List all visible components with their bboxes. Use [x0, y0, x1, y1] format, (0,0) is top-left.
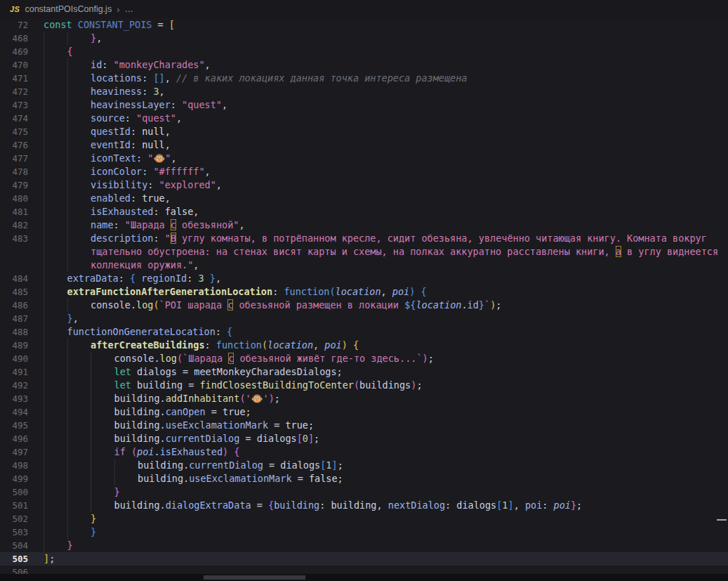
- line-number[interactable]: 502: [0, 512, 28, 525]
- line-number[interactable]: 476: [0, 138, 28, 152]
- code-line[interactable]: 475 questId: null,: [0, 125, 728, 138]
- line-number[interactable]: 475: [0, 125, 28, 138]
- code-token: :: [131, 192, 142, 204]
- horizontal-scrollbar-thumb[interactable]: [204, 575, 305, 580]
- code-line[interactable]: 497 if (poi.isExhausted) {: [0, 445, 728, 459]
- line-number[interactable]: 477: [0, 152, 28, 165]
- line-number[interactable]: 72: [0, 18, 28, 32]
- code-line[interactable]: 491 let dialogs = meetMonkeyCharadesDial…: [0, 365, 728, 379]
- line-number[interactable]: 478: [0, 165, 28, 178]
- line-number[interactable]: 483: [0, 232, 28, 245]
- line-number[interactable]: 471: [0, 72, 28, 85]
- indent-guide: [114, 472, 138, 485]
- line-number[interactable]: 489: [0, 339, 28, 352]
- line-number[interactable]: 480: [0, 192, 28, 205]
- code-line[interactable]: 496 building.currentDialog = dialogs[0];: [0, 432, 728, 445]
- line-number[interactable]: 481: [0, 205, 28, 218]
- code-line[interactable]: 487 },: [0, 312, 728, 325]
- code-line[interactable]: 72const CONSTANT_POIS = [: [0, 18, 728, 32]
- line-number[interactable]: 470: [0, 58, 28, 72]
- code-line[interactable]: 500 }: [0, 485, 728, 499]
- code-text: enabled: true,: [44, 192, 171, 205]
- code-line[interactable]: 471 locations: [], // в каких локациях д…: [0, 72, 728, 85]
- line-number[interactable]: 495: [0, 419, 28, 432]
- code-token: ;: [416, 379, 422, 391]
- code-line[interactable]: 488 functionOnGenerateLocation: {: [0, 325, 728, 339]
- line-number[interactable]: 501: [0, 499, 28, 512]
- indent-guide: [91, 499, 114, 512]
- code-line[interactable]: 469 {: [0, 45, 728, 58]
- breadcrumb-file-name[interactable]: constantPOIsConfig.js: [25, 4, 112, 14]
- line-number[interactable]: 490: [0, 352, 28, 365]
- code-token: regionId: [141, 273, 187, 284]
- line-number[interactable]: 485: [0, 285, 28, 299]
- code-line[interactable]: 470 id: "monkeyCharades",: [0, 58, 728, 72]
- line-number[interactable]: 494: [0, 405, 28, 419]
- line-number[interactable]: 498: [0, 459, 28, 472]
- code-area[interactable]: 72const CONSTANT_POIS = [468 },469 {470 …: [0, 18, 728, 579]
- code-line[interactable]: 498 building.currentDialog = dialogs[1];: [0, 459, 728, 472]
- code-line[interactable]: 481 isExhausted: false,: [0, 205, 728, 218]
- line-number[interactable]: 468: [0, 32, 28, 45]
- code-line[interactable]: 468 },: [0, 32, 728, 45]
- line-number[interactable]: 496: [0, 432, 28, 445]
- line-number[interactable]: 479: [0, 178, 28, 192]
- line-number[interactable]: 497: [0, 445, 28, 459]
- line-number[interactable]: 492: [0, 379, 28, 392]
- code-line[interactable]: 499 building.useExclamationMark = false;: [0, 472, 728, 485]
- code-line[interactable]: 502 }: [0, 512, 728, 525]
- breadcrumb-symbol-path[interactable]: …: [124, 4, 134, 14]
- line-number[interactable]: 491: [0, 365, 28, 379]
- code-line[interactable]: 503 }: [0, 525, 728, 539]
- code-line[interactable]: 489 afterCreateBuildings: function(locat…: [0, 339, 728, 352]
- code-line[interactable]: 476 eventId: null,: [0, 138, 728, 152]
- code-line[interactable]: 480 enabled: true,: [0, 192, 728, 205]
- code-token: dialogExtraData: [166, 500, 251, 511]
- line-number[interactable]: [0, 245, 28, 259]
- code-line[interactable]: 482 name: "Шарада с обезьяной",: [0, 218, 728, 232]
- line-number[interactable]: 488: [0, 325, 28, 339]
- line-number[interactable]: 484: [0, 272, 28, 285]
- code-line[interactable]: 474 source: "quest",: [0, 112, 728, 125]
- code-line[interactable]: 478 iconColor: "#ffffff",: [0, 165, 728, 178]
- code-line[interactable]: 492 let building = findClosestBuildingTo…: [0, 379, 728, 392]
- line-number[interactable]: [0, 259, 28, 272]
- code-line[interactable]: 484 extraData: { regionId: 3 },: [0, 272, 728, 285]
- line-number[interactable]: 482: [0, 218, 28, 232]
- line-number[interactable]: 505: [0, 552, 28, 566]
- indent-guide: [67, 405, 91, 419]
- line-number[interactable]: 472: [0, 85, 28, 98]
- code-line[interactable]: 485 extraFunctionAfterGenerationLocation…: [0, 285, 728, 299]
- code-line[interactable]: 490 console.log(`Шарада с обезьяной живё…: [0, 352, 728, 365]
- code-line[interactable]: 495 building.useExclamationMark = true;: [0, 419, 728, 432]
- horizontal-scrollbar[interactable]: [0, 574, 728, 581]
- code-line[interactable]: 479 visibility: "explored",: [0, 178, 728, 192]
- line-number[interactable]: 487: [0, 312, 28, 325]
- code-line[interactable]: 501 building.dialogExtraData = {building…: [0, 499, 728, 512]
- code-editor-window: JS constantPOIsConfig.js › … 72const CON…: [0, 0, 728, 581]
- indent-guide: [67, 352, 91, 365]
- indent-guide: [44, 192, 67, 205]
- line-number[interactable]: 486: [0, 299, 28, 312]
- line-number[interactable]: 473: [0, 98, 28, 112]
- code-line[interactable]: 472 heaviness: 3,: [0, 85, 728, 98]
- line-number[interactable]: 469: [0, 45, 28, 58]
- code-line[interactable]: 504 }: [0, 539, 728, 552]
- code-line[interactable]: коллекция оружия.",: [0, 259, 728, 272]
- code-line[interactable]: 505];: [0, 552, 728, 566]
- line-number[interactable]: 504: [0, 539, 28, 552]
- code-line[interactable]: 473 heavinessLayer: "quest",: [0, 98, 728, 112]
- line-number[interactable]: 493: [0, 392, 28, 405]
- line-number[interactable]: 500: [0, 485, 28, 499]
- code-line[interactable]: 486 console.log(`POI шарада с обезьяной …: [0, 299, 728, 312]
- line-number[interactable]: 503: [0, 525, 28, 539]
- code-line[interactable]: тщательно обустроена: на стенах висят ка…: [0, 245, 728, 259]
- line-number[interactable]: 499: [0, 472, 28, 485]
- code-line[interactable]: 493 building.addInhabitant('🐵');: [0, 392, 728, 405]
- code-line[interactable]: 483 description: "В углу комнаты, в потр…: [0, 232, 728, 245]
- line-number[interactable]: 474: [0, 112, 28, 125]
- code-token: ;: [308, 419, 314, 431]
- code-line[interactable]: 494 building.canOpen = true;: [0, 405, 728, 419]
- code-token: findClosestBuildingToCenter: [199, 379, 353, 391]
- code-line[interactable]: 477 iconText: "🐵",: [0, 152, 728, 165]
